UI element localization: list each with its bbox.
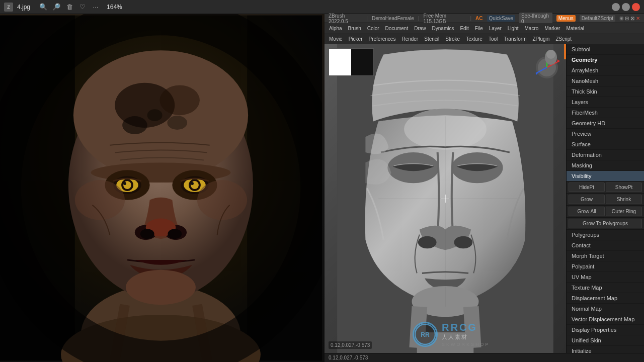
dd-fibermesh[interactable]: FiberMesh	[567, 108, 644, 118]
toolbar-zplugin[interactable]: ZPlugin	[530, 36, 552, 42]
toolbar-preferences[interactable]: Preferences	[366, 36, 398, 42]
svg-point-38	[418, 236, 437, 249]
default-zscript-label[interactable]: DefaultZScript	[580, 15, 615, 22]
visibility-row-3: Grow All Outer Ring	[567, 206, 644, 218]
sub-brand: SKWORKSHOP	[442, 342, 490, 347]
hidepl-button[interactable]: HidePt	[569, 183, 605, 192]
dd-morph-target[interactable]: Morph Target	[567, 251, 644, 261]
svg-point-25	[140, 229, 154, 239]
dd-texture-map[interactable]: Texture Map	[567, 283, 644, 293]
dd-arraymesh[interactable]: ArrayMesh	[567, 65, 644, 76]
showpt-button[interactable]: ShowPt	[606, 183, 642, 192]
free-mem: Free Mem 115.13GB	[423, 13, 466, 24]
zoom-level: 164%	[107, 4, 122, 11]
toolbar-stencil[interactable]: Stencil	[422, 36, 442, 42]
menu-material[interactable]: Material	[564, 25, 587, 32]
zoom-out-icon[interactable]: 🔎	[51, 2, 61, 12]
3d-viewport[interactable]: 0.12,0.027,-0.573	[325, 44, 566, 353]
toolbar-movie[interactable]: Movie	[327, 36, 345, 42]
zbrush-menubar: Alpha Brush Color Document Draw Dynamics…	[325, 23, 644, 34]
shrink-button[interactable]: Shrink	[606, 195, 642, 204]
visibility-row-1: HidePt ShowPt	[567, 182, 644, 194]
toolbar-render[interactable]: Render	[399, 36, 421, 42]
grow-to-polygroups-button[interactable]: Grow To Polygroups	[569, 219, 642, 228]
menu-document[interactable]: Document	[383, 25, 411, 32]
toolbar-stroke[interactable]: Stroke	[443, 36, 462, 42]
dd-surface[interactable]: Surface	[567, 139, 644, 150]
dd-preview[interactable]: Preview	[567, 129, 644, 139]
menu-marker[interactable]: Marker	[542, 25, 562, 32]
dd-subtool[interactable]: Subtool	[567, 44, 644, 55]
close-button[interactable]	[632, 3, 640, 11]
svg-point-32	[167, 116, 187, 130]
dd-visibility[interactable]: Visibility	[567, 171, 644, 182]
app-icon: Z	[4, 3, 13, 12]
dd-geometry[interactable]: Geometry	[567, 55, 644, 65]
svg-point-31	[147, 109, 163, 121]
menu-layer[interactable]: Layer	[487, 25, 504, 32]
menu-edit[interactable]: Edit	[457, 25, 471, 32]
outer-ring-button[interactable]: Outer Ring	[606, 207, 642, 216]
window-controls	[612, 3, 640, 11]
quicksave-label[interactable]: QuickSave	[487, 15, 515, 22]
toolbar-tool[interactable]: Tool	[486, 36, 500, 42]
grow-button[interactable]: Grow	[569, 195, 605, 204]
dd-thick-skin[interactable]: Thick Skin	[567, 86, 644, 97]
svg-point-21	[191, 182, 194, 185]
dd-normal-map[interactable]: Normal Map	[567, 304, 644, 314]
zb-icon-2[interactable]: ⊟	[625, 16, 629, 21]
dd-polypaint[interactable]: Polypaint	[567, 261, 644, 272]
file-name: 4.jpg	[17, 4, 30, 11]
brand-chinese: 人人素材	[442, 333, 490, 341]
dd-polygroups[interactable]: Polygroups	[567, 230, 644, 240]
zbrush-panel: ZBrush 2022.0.5 | DemoHeadFemale | Free …	[325, 14, 644, 362]
favorite-icon[interactable]: ♡	[77, 2, 88, 12]
brand-name: RRCG	[442, 322, 490, 333]
svg-point-39	[454, 236, 472, 249]
minimize-button[interactable]	[612, 3, 620, 11]
bottom-status-bar: 0.12,0.027,-0.573	[325, 353, 644, 362]
dd-displacement-map[interactable]: Displacement Map	[567, 293, 644, 304]
menu-color[interactable]: Color	[365, 25, 382, 32]
menu-brush[interactable]: Brush	[346, 25, 364, 32]
zbrush-info-bar: ZBrush 2022.0.5 | DemoHeadFemale | Free …	[325, 14, 644, 23]
menu-file[interactable]: File	[472, 25, 486, 32]
toolbar-transform[interactable]: Transform	[501, 36, 529, 42]
dd-geometry-hd[interactable]: Geometry HD	[567, 118, 644, 129]
maximize-button[interactable]	[622, 3, 630, 11]
project-name: DemoHeadFemale	[372, 16, 414, 21]
thumbnail-white	[329, 49, 351, 75]
zb-close-icon[interactable]: ✕	[636, 16, 640, 21]
geometry-dropdown-panel: Subtool Geometry ArrayMesh NanoMesh Thic…	[566, 44, 644, 353]
toolbar-picker[interactable]: Picker	[346, 36, 365, 42]
dd-deformation[interactable]: Deformation	[567, 150, 644, 160]
dd-masking[interactable]: Masking	[567, 160, 644, 171]
grow-all-button[interactable]: Grow All	[569, 207, 605, 216]
dd-contact[interactable]: Contact	[567, 240, 644, 251]
title-bar: Z 4.jpg 🔍 🔎 🗑 ♡ ··· 164%	[0, 0, 644, 14]
toolbar-zscript[interactable]: ZScript	[553, 36, 574, 42]
toolbar-texture[interactable]: Texture	[463, 36, 485, 42]
zoom-in-icon[interactable]: 🔍	[38, 2, 48, 12]
svg-point-27	[75, 180, 125, 220]
more-icon[interactable]: ···	[91, 2, 101, 12]
dd-uv-map[interactable]: UV Map	[567, 272, 644, 283]
menu-dynamics[interactable]: Dynamics	[430, 25, 457, 32]
navigation-gizmo[interactable]	[532, 48, 562, 78]
dd-initialize[interactable]: Initialize	[567, 346, 644, 353]
trash-icon[interactable]: 🗑	[64, 2, 74, 12]
dd-nanomesh[interactable]: NanoMesh	[567, 76, 644, 86]
zb-icon-1[interactable]: ⊞	[619, 16, 623, 21]
menu-macro[interactable]: Macro	[522, 25, 541, 32]
menu-draw[interactable]: Draw	[412, 25, 428, 32]
zb-icon-3[interactable]: ⊠	[630, 16, 634, 21]
svg-point-16	[123, 182, 126, 185]
svg-point-30	[122, 116, 147, 134]
dd-layers[interactable]: Layers	[567, 97, 644, 108]
menu-alpha[interactable]: Alpha	[327, 25, 345, 32]
see-through-label[interactable]: See-through 0	[519, 13, 552, 25]
menus-label[interactable]: Menus	[556, 15, 576, 22]
menu-light[interactable]: Light	[505, 25, 521, 32]
zbrush-version: ZBrush 2022.0.5	[329, 13, 362, 24]
svg-point-29	[126, 270, 196, 305]
